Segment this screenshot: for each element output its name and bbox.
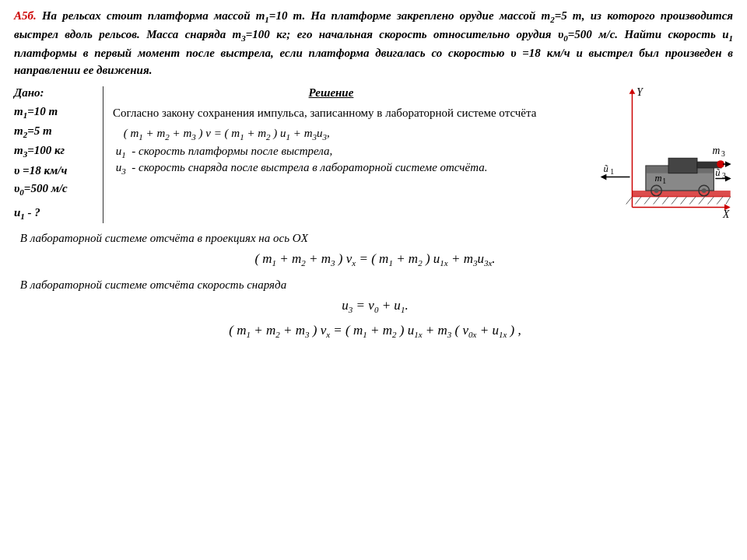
page: А5б. На рельсах стоит платформа массой m… bbox=[0, 0, 747, 560]
svg-line-19 bbox=[726, 197, 731, 205]
solution-text-1: Согласно закону сохранения импульса, зап… bbox=[113, 104, 549, 122]
svg-line-17 bbox=[708, 197, 714, 205]
solution-title: Решение bbox=[113, 86, 549, 100]
formula1: ( m1 + m2 + m3 ) v = ( m1 + m2 ) u1 + m3… bbox=[121, 127, 330, 142]
big-formula-3: ( m1 + m2 + m3 ) vx = ( m1 + m2 ) u1x + … bbox=[17, 323, 733, 339]
svg-line-18 bbox=[717, 197, 723, 205]
lab-text-2: В лабораторной системе отсчёта скорость … bbox=[17, 276, 733, 294]
given-m2: m2=5 т bbox=[14, 122, 100, 142]
given-v0: υ0=500 м/с bbox=[14, 180, 100, 199]
vertical-divider bbox=[103, 86, 103, 222]
big-formula-2: u3 = v0 + u1. bbox=[17, 298, 733, 314]
main-section: Дано: m1=10 т m2=5 т m3=100 кг υ =18 км/… bbox=[14, 86, 733, 222]
given-m1: m1=10 т bbox=[14, 103, 100, 122]
svg-text:m: m bbox=[655, 173, 662, 184]
lab-text-1: В лабораторной системе отсчёта в проекци… bbox=[17, 229, 733, 247]
diagram-svg: Y X bbox=[554, 86, 733, 219]
svg-line-14 bbox=[681, 197, 687, 205]
svg-point-23 bbox=[654, 189, 659, 194]
problem-header: А5б. На рельсах стоит платформа массой m… bbox=[14, 8, 733, 79]
u1-description: u1 - скорость платформы после выстрела, bbox=[113, 145, 549, 159]
svg-text:1: 1 bbox=[662, 177, 666, 186]
svg-text:Y: Y bbox=[637, 86, 644, 98]
problem-label: А5б. bbox=[14, 9, 37, 22]
svg-line-12 bbox=[662, 197, 668, 205]
big-formula-1: ( m1 + m2 + m3 ) vx = ( m1 + m2 ) u1x + … bbox=[17, 251, 733, 268]
svg-rect-26 bbox=[668, 159, 697, 173]
svg-line-15 bbox=[689, 197, 696, 205]
given-m3: m3=100 кг bbox=[14, 142, 100, 161]
svg-line-8 bbox=[626, 197, 633, 205]
svg-marker-1 bbox=[630, 89, 636, 94]
svg-line-16 bbox=[699, 197, 705, 205]
svg-text:3: 3 bbox=[721, 150, 725, 159]
formula1-row: ( m1 + m2 + m3 ) v = ( m1 + m2 ) u1 + m3… bbox=[121, 127, 549, 142]
given-find: u1 - ? bbox=[14, 204, 100, 223]
equations-section: В лабораторной системе отсчёта в проекци… bbox=[14, 229, 733, 339]
svg-line-11 bbox=[654, 197, 660, 205]
given-column: Дано: m1=10 т m2=5 т m3=100 кг υ =18 км/… bbox=[14, 86, 100, 222]
svg-text:ũ: ũ bbox=[715, 167, 721, 178]
svg-text:ũ: ũ bbox=[604, 163, 609, 174]
svg-point-25 bbox=[702, 189, 707, 194]
solution-column: Решение Согласно закону сохранения импул… bbox=[107, 86, 554, 222]
problem-text: На рельсах стоит платформа массой m1=10 … bbox=[14, 9, 733, 76]
svg-marker-42 bbox=[725, 176, 731, 182]
svg-rect-6 bbox=[632, 191, 730, 197]
diagram-column: Y X bbox=[554, 86, 733, 222]
svg-text:1: 1 bbox=[610, 167, 614, 176]
u3-description: u3 - скорость снаряда после выстрела в л… bbox=[113, 161, 549, 176]
svg-line-9 bbox=[635, 197, 641, 205]
svg-text:m: m bbox=[712, 145, 720, 157]
given-v: υ =18 км/ч bbox=[14, 162, 100, 180]
svg-line-13 bbox=[672, 197, 678, 205]
svg-text:X: X bbox=[722, 208, 730, 219]
svg-marker-34 bbox=[601, 174, 607, 180]
svg-line-10 bbox=[644, 197, 651, 205]
given-title: Дано: bbox=[14, 86, 100, 100]
svg-marker-38 bbox=[725, 162, 731, 168]
